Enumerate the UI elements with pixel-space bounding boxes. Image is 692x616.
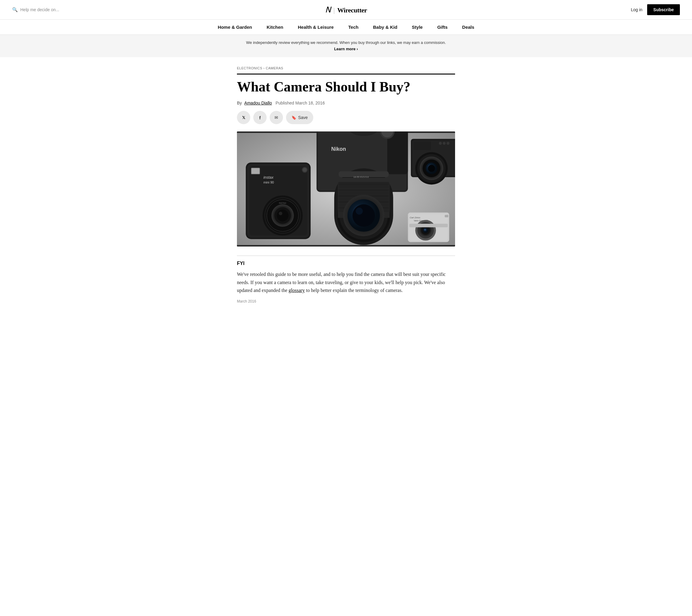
twitter-share-button[interactable]: 𝕏 — [237, 111, 250, 124]
disclaimer-banner: We independently review everything we re… — [0, 35, 692, 57]
published-date: Published March 18, 2016 — [275, 101, 325, 105]
svg-rect-32 — [338, 178, 390, 182]
svg-point-60 — [442, 142, 446, 145]
svg-rect-6 — [252, 169, 259, 174]
nav-item-kitchen[interactable]: Kitchen — [259, 20, 290, 35]
svg-point-47 — [356, 207, 363, 215]
site-logo[interactable]: 𝖭 | Wirecutter — [235, 5, 457, 15]
author-link[interactable]: Amadou Diallo — [244, 101, 272, 105]
article-main: ELECTRONICS › CAMERAS What Camera Should… — [231, 57, 461, 322]
search-icon: 🔍 — [12, 7, 18, 13]
save-bookmark-icon: 🔖 — [291, 115, 296, 120]
login-link[interactable]: Log in — [631, 7, 642, 12]
fyi-body-text: We've retooled this guide to be more use… — [237, 270, 455, 294]
svg-rect-71 — [445, 215, 448, 217]
svg-rect-37 — [339, 192, 389, 194]
nav-item-tech[interactable]: Tech — [341, 20, 366, 35]
save-button[interactable]: 🔖 Save — [286, 111, 313, 124]
nav-item-baby-kid[interactable]: Baby & Kid — [366, 20, 405, 35]
svg-text:Carl Zeiss: Carl Zeiss — [410, 216, 420, 219]
fyi-section: FYI We've retooled this guide to be more… — [237, 256, 455, 304]
fyi-label: FYI — [237, 261, 455, 266]
svg-text:mini 90: mini 90 — [264, 181, 274, 184]
svg-text:instax: instax — [264, 175, 274, 180]
nav-item-deals[interactable]: Deals — [455, 20, 481, 35]
svg-rect-36 — [339, 189, 389, 192]
svg-point-59 — [439, 142, 442, 145]
nav-item-home-garden[interactable]: Home & Garden — [211, 20, 259, 35]
svg-point-16 — [279, 212, 282, 215]
svg-text:INSTAX: INSTAX — [279, 202, 287, 204]
fyi-text-end: to help better explain the terminology o… — [306, 288, 403, 293]
date-note: March 2016 — [237, 299, 455, 304]
svg-rect-72 — [409, 224, 448, 227]
svg-point-20 — [303, 168, 307, 172]
site-header: 🔍 Help me decide on... 𝖭 | Wirecutter Lo… — [0, 0, 692, 20]
svg-point-57 — [428, 165, 435, 172]
learn-more-link[interactable]: Learn more › — [334, 47, 358, 51]
svg-text:18-55 f/3.5-5.6: 18-55 f/3.5-5.6 — [353, 176, 369, 178]
email-share-button[interactable]: ✉ — [269, 111, 283, 124]
breadcrumb: ELECTRONICS › CAMERAS — [237, 66, 455, 70]
hero-image: INSTAX 60mm LENS instax mini 90 Nikon — [237, 131, 455, 246]
breadcrumb-separator: › — [263, 66, 264, 70]
svg-text:Vario-Sonnar T*: Vario-Sonnar T* — [414, 220, 428, 222]
disclaimer-text: We independently review everything we re… — [246, 40, 446, 45]
header-actions: Log in Subscribe — [457, 4, 680, 15]
twitter-icon: 𝕏 — [242, 115, 245, 120]
social-share-row: 𝕏 f ✉ 🔖 Save — [237, 111, 455, 124]
logo-text: 𝖭 | Wirecutter — [325, 5, 367, 15]
svg-rect-34 — [339, 183, 389, 186]
search-placeholder-text: Help me decide on... — [20, 7, 59, 12]
nav-item-gifts[interactable]: Gifts — [430, 20, 455, 35]
nav-item-style[interactable]: Style — [405, 20, 430, 35]
svg-point-15 — [277, 210, 288, 221]
facebook-share-button[interactable]: f — [253, 111, 267, 124]
svg-rect-58 — [413, 141, 431, 150]
camera-collage-svg: INSTAX 60mm LENS instax mini 90 Nikon — [237, 131, 455, 246]
facebook-icon: f — [259, 115, 261, 120]
nav-item-health-leisure[interactable]: Health & Leisure — [290, 20, 341, 35]
svg-point-61 — [447, 142, 450, 145]
article-meta: By Amadou Diallo Published March 18, 201… — [237, 101, 455, 105]
glossary-link[interactable]: glossary — [289, 288, 305, 293]
svg-rect-35 — [339, 186, 389, 189]
breadcrumb-child[interactable]: CAMERAS — [266, 66, 283, 70]
by-label: By — [237, 101, 242, 105]
main-nav: Home & Garden Kitchen Health & Leisure T… — [0, 20, 692, 35]
save-label: Save — [298, 115, 308, 120]
svg-point-68 — [423, 228, 428, 233]
email-icon: ✉ — [275, 115, 278, 120]
subscribe-button[interactable]: Subscribe — [647, 4, 680, 15]
svg-text:Nikon: Nikon — [331, 146, 346, 152]
svg-point-46 — [352, 204, 375, 227]
article-title: What Camera Should I Buy? — [237, 79, 455, 95]
title-divider — [237, 73, 455, 74]
search-bar[interactable]: 🔍 Help me decide on... — [12, 7, 235, 13]
breadcrumb-parent[interactable]: ELECTRONICS — [237, 66, 262, 70]
